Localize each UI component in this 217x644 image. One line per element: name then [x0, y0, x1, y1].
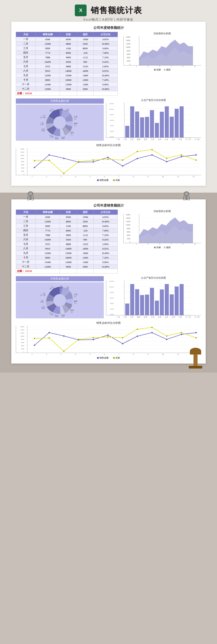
svg-text:10%: 10%: [43, 292, 46, 294]
svg-point-180: [151, 327, 153, 328]
table-cell: 9.45%: [93, 60, 118, 64]
x-label: 10: [162, 354, 164, 356]
table-cell: 3000: [77, 87, 93, 91]
second-document: 公司年度销售额统计 月份 销售金额 目标 差距 占百分比 一月45068500-…: [11, 200, 206, 364]
x-label: 五月: [144, 316, 147, 318]
y-label: 8000: [16, 161, 24, 162]
table-cell: 8500: [60, 37, 77, 42]
stamp-handle: [193, 354, 197, 366]
table-cell: 三月: [16, 224, 36, 228]
table-cell: 4506: [36, 215, 60, 219]
subtitle: Excel格式丨A4打印丨内容可修改: [84, 18, 134, 22]
svg-point-177: [107, 336, 109, 338]
svg-point-76: [195, 154, 197, 156]
table-cell: -4090: [77, 246, 93, 251]
table-row: 十二月120009000300010.80%: [16, 87, 118, 91]
sales-table-2: 月份 销售金额 目标 差距 占百分比 一月45068500-39944.05%二…: [16, 210, 118, 274]
y-label: 6000: [16, 164, 24, 166]
svg-text:十一月: 十一月: [41, 116, 46, 118]
svg-point-72: [137, 158, 138, 159]
svg-point-183: [195, 337, 197, 338]
x-label: 九月: [171, 138, 175, 141]
table-row: 五月78889000-11127.10%: [16, 233, 118, 237]
x-label: 一月: [116, 138, 120, 141]
svg-point-69: [93, 161, 94, 162]
svg-point-93: [185, 192, 188, 195]
svg-text:7%: 7%: [74, 125, 76, 127]
svg-rect-94: [185, 196, 188, 200]
svg-rect-91: [29, 196, 32, 200]
x-label: 9: [147, 354, 148, 356]
y-label: 10000: [16, 335, 24, 337]
bar-chart-container-2: 12.00% 10.00% 8.00% 6.00% 4.00% 2.00% 0.…: [106, 280, 201, 316]
y-label: 0: [124, 64, 130, 66]
x-label: 3: [148, 66, 148, 68]
svg-point-74: [166, 161, 167, 162]
pie-chart-svg-2: 一月 4% 二月 11% 三月 9% 四月 7% 五月 7% 六月 9% 七月 …: [41, 284, 79, 317]
x-label: 1: [136, 243, 137, 245]
svg-rect-48: [145, 117, 149, 138]
table-cell: 9000: [60, 55, 77, 60]
svg-text:五月: 五月: [70, 132, 74, 134]
main-title: 销售额统计表: [91, 5, 142, 16]
x-label: 9: [182, 243, 183, 245]
svg-point-75: [181, 156, 182, 158]
legend-label-diff-2: 差距: [166, 246, 171, 249]
line-section-2: 销售达标对比分析图: [16, 321, 201, 360]
x-label: 3: [61, 354, 62, 356]
y-label: 14000: [16, 329, 24, 331]
svg-point-66: [49, 154, 50, 156]
col-sales: 销售金额: [36, 32, 60, 37]
legend-dot-target: [154, 69, 156, 71]
total-label-2: 总额：: [17, 270, 25, 272]
table-cell: 12000: [36, 73, 60, 78]
x-label: 二月: [123, 316, 127, 318]
x-label: 十一月: [185, 138, 191, 141]
y-label: 6000: [16, 342, 24, 344]
table-cell: 二月: [16, 42, 36, 46]
table-row: 六月1049995009999.45%: [16, 237, 118, 242]
bar-chart-svg-2: [115, 280, 201, 315]
table-cell: 12000: [36, 42, 60, 46]
bar-chart-title: 占总产值百分比柱状图: [106, 98, 201, 102]
svg-point-11: [53, 116, 66, 129]
legend-dot-diff-2: [164, 246, 165, 248]
y-label: 10000: [124, 224, 130, 226]
y-label: 10.00%: [106, 108, 114, 110]
table-cell: -3000: [77, 251, 93, 256]
table-cell: 十一月: [16, 82, 36, 87]
y-label: 0: [16, 351, 24, 353]
table-cell: 12000: [60, 260, 77, 264]
y-label: 4000: [16, 345, 24, 346]
table-cell: -3994: [77, 215, 93, 219]
table-cell: 7774: [36, 50, 60, 55]
svg-point-80: [78, 161, 79, 162]
table-cell: 5555: [36, 242, 60, 246]
bar-section-2: 占总产值百分比柱状图: [106, 276, 201, 318]
table-cell: -2000: [77, 256, 93, 260]
table-cell: 十一月: [16, 260, 36, 264]
table-cell: 1100: [60, 46, 77, 50]
table-cell: 9000: [60, 87, 77, 91]
table-cell: 10499: [36, 60, 60, 64]
svg-rect-139: [125, 304, 129, 315]
table-cell: 9.45%: [93, 237, 118, 242]
svg-point-81: [93, 160, 94, 161]
x-label: 4: [75, 176, 76, 178]
line-chart-container-2: 16000 14000 12000 10000 8000 6000 4000 2…: [16, 326, 201, 353]
svg-rect-52: [165, 106, 169, 138]
x-label: 9: [147, 176, 148, 178]
area-chart-section: 目标面积分析图: [123, 32, 201, 71]
y-label: 8000: [124, 50, 130, 52]
legend-sales-2: 销售金额: [97, 356, 109, 360]
x-label: 2: [46, 354, 47, 356]
x-label: 十一月: [185, 316, 191, 318]
y-label: 8.00%: [106, 292, 114, 293]
table-cell: 10.80%: [93, 251, 118, 256]
table-cell: -226: [77, 228, 93, 233]
svg-text:十一月: 十一月: [41, 294, 46, 296]
table-cell: 7.00%: [93, 50, 118, 55]
table-cell: 5555: [36, 64, 60, 69]
excel-icon: X: [75, 4, 87, 16]
table-cell: 9910: [36, 69, 60, 73]
